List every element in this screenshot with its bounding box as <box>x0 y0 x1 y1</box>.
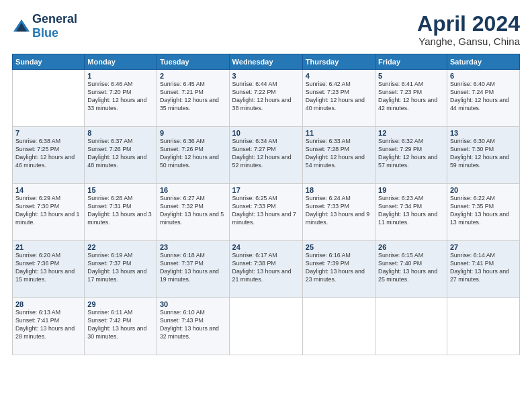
day-info: Sunrise: 6:36 AMSunset: 7:26 PMDaylight:… <box>160 138 226 170</box>
logo-general: General <box>32 12 77 26</box>
day-number: 21 <box>15 243 81 251</box>
calendar-header-tuesday: Tuesday <box>157 54 229 70</box>
day-info: Sunrise: 6:19 AMSunset: 7:37 PMDaylight:… <box>87 252 154 284</box>
day-number: 26 <box>378 243 444 251</box>
day-number: 15 <box>87 186 154 194</box>
day-number: 24 <box>232 243 300 251</box>
calendar-cell: 25Sunrise: 6:16 AMSunset: 7:39 PMDayligh… <box>302 241 375 298</box>
calendar-header-thursday: Thursday <box>302 54 375 70</box>
calendar-header-saturday: Saturday <box>447 54 519 70</box>
calendar-cell: 29Sunrise: 6:11 AMSunset: 7:42 PMDayligh… <box>85 298 157 355</box>
calendar-week-row: 21Sunrise: 6:20 AMSunset: 7:36 PMDayligh… <box>13 241 520 298</box>
day-number: 10 <box>232 129 300 137</box>
day-info: Sunrise: 6:30 AMSunset: 7:30 PMDaylight:… <box>450 138 517 170</box>
calendar-cell: 16Sunrise: 6:27 AMSunset: 7:32 PMDayligh… <box>157 184 229 241</box>
calendar-cell <box>302 298 375 355</box>
day-info: Sunrise: 6:40 AMSunset: 7:24 PMDaylight:… <box>450 81 517 113</box>
calendar-cell: 5Sunrise: 6:41 AMSunset: 7:23 PMDaylight… <box>375 70 447 127</box>
day-info: Sunrise: 6:28 AMSunset: 7:31 PMDaylight:… <box>87 195 154 227</box>
day-number: 1 <box>87 72 154 80</box>
calendar-header-friday: Friday <box>375 54 447 70</box>
day-number: 8 <box>87 129 154 137</box>
calendar-cell: 4Sunrise: 6:42 AMSunset: 7:23 PMDaylight… <box>302 70 375 127</box>
day-number: 4 <box>306 72 372 80</box>
day-info: Sunrise: 6:45 AMSunset: 7:21 PMDaylight:… <box>160 81 226 113</box>
day-number: 20 <box>450 186 517 194</box>
day-info: Sunrise: 6:42 AMSunset: 7:23 PMDaylight:… <box>306 81 372 113</box>
header: General Blue April 2024 Yanghe, Gansu, C… <box>12 12 520 47</box>
day-number: 18 <box>306 186 372 194</box>
day-number: 7 <box>15 129 81 137</box>
calendar-cell: 2Sunrise: 6:45 AMSunset: 7:21 PMDaylight… <box>157 70 229 127</box>
calendar-week-row: 14Sunrise: 6:29 AMSunset: 7:30 PMDayligh… <box>13 184 520 241</box>
day-number: 9 <box>160 129 226 137</box>
calendar-week-row: 28Sunrise: 6:13 AMSunset: 7:41 PMDayligh… <box>13 298 520 355</box>
day-number: 29 <box>87 300 154 308</box>
calendar-cell: 18Sunrise: 6:24 AMSunset: 7:33 PMDayligh… <box>302 184 375 241</box>
day-number: 6 <box>450 72 517 80</box>
calendar-cell <box>447 298 519 355</box>
day-info: Sunrise: 6:27 AMSunset: 7:32 PMDaylight:… <box>160 195 226 227</box>
calendar-cell: 27Sunrise: 6:14 AMSunset: 7:41 PMDayligh… <box>447 241 519 298</box>
day-info: Sunrise: 6:13 AMSunset: 7:41 PMDaylight:… <box>15 309 81 341</box>
calendar-cell: 8Sunrise: 6:37 AMSunset: 7:26 PMDaylight… <box>85 127 157 184</box>
calendar-header-monday: Monday <box>85 54 157 70</box>
day-info: Sunrise: 6:14 AMSunset: 7:41 PMDaylight:… <box>450 252 517 284</box>
calendar-cell <box>375 298 447 355</box>
day-info: Sunrise: 6:20 AMSunset: 7:36 PMDaylight:… <box>15 252 81 284</box>
day-info: Sunrise: 6:16 AMSunset: 7:39 PMDaylight:… <box>306 252 372 284</box>
day-number: 17 <box>232 186 300 194</box>
logo-icon <box>12 17 31 36</box>
calendar-cell: 17Sunrise: 6:25 AMSunset: 7:33 PMDayligh… <box>229 184 302 241</box>
calendar-week-row: 1Sunrise: 6:46 AMSunset: 7:20 PMDaylight… <box>13 70 520 127</box>
calendar-cell: 11Sunrise: 6:33 AMSunset: 7:28 PMDayligh… <box>302 127 375 184</box>
calendar-cell: 7Sunrise: 6:38 AMSunset: 7:25 PMDaylight… <box>13 127 85 184</box>
calendar-header-row: SundayMondayTuesdayWednesdayThursdayFrid… <box>13 54 520 70</box>
title-block: April 2024 Yanghe, Gansu, China <box>417 12 520 47</box>
calendar-cell <box>13 70 85 127</box>
calendar-header-sunday: Sunday <box>13 54 85 70</box>
day-info: Sunrise: 6:37 AMSunset: 7:26 PMDaylight:… <box>87 138 154 170</box>
day-number: 16 <box>160 186 226 194</box>
page: General Blue April 2024 Yanghe, Gansu, C… <box>0 0 532 411</box>
calendar-cell: 21Sunrise: 6:20 AMSunset: 7:36 PMDayligh… <box>13 241 85 298</box>
day-info: Sunrise: 6:22 AMSunset: 7:35 PMDaylight:… <box>450 195 517 227</box>
calendar-cell: 3Sunrise: 6:44 AMSunset: 7:22 PMDaylight… <box>229 70 302 127</box>
day-number: 14 <box>15 186 81 194</box>
day-info: Sunrise: 6:17 AMSunset: 7:38 PMDaylight:… <box>232 252 300 284</box>
calendar-cell: 10Sunrise: 6:34 AMSunset: 7:27 PMDayligh… <box>229 127 302 184</box>
location-title: Yanghe, Gansu, China <box>417 36 520 47</box>
logo-blue: Blue <box>32 26 58 40</box>
calendar-week-row: 7Sunrise: 6:38 AMSunset: 7:25 PMDaylight… <box>13 127 520 184</box>
day-info: Sunrise: 6:23 AMSunset: 7:34 PMDaylight:… <box>378 195 444 227</box>
day-info: Sunrise: 6:10 AMSunset: 7:43 PMDaylight:… <box>160 309 226 341</box>
day-info: Sunrise: 6:32 AMSunset: 7:29 PMDaylight:… <box>378 138 444 170</box>
calendar-cell: 26Sunrise: 6:15 AMSunset: 7:40 PMDayligh… <box>375 241 447 298</box>
calendar-cell: 1Sunrise: 6:46 AMSunset: 7:20 PMDaylight… <box>85 70 157 127</box>
calendar-cell: 9Sunrise: 6:36 AMSunset: 7:26 PMDaylight… <box>157 127 229 184</box>
day-number: 5 <box>378 72 444 80</box>
day-info: Sunrise: 6:11 AMSunset: 7:42 PMDaylight:… <box>87 309 154 341</box>
day-info: Sunrise: 6:33 AMSunset: 7:28 PMDaylight:… <box>306 138 372 170</box>
calendar-cell: 13Sunrise: 6:30 AMSunset: 7:30 PMDayligh… <box>447 127 519 184</box>
calendar-cell: 14Sunrise: 6:29 AMSunset: 7:30 PMDayligh… <box>13 184 85 241</box>
calendar-cell: 22Sunrise: 6:19 AMSunset: 7:37 PMDayligh… <box>85 241 157 298</box>
calendar-cell: 6Sunrise: 6:40 AMSunset: 7:24 PMDaylight… <box>447 70 519 127</box>
day-info: Sunrise: 6:15 AMSunset: 7:40 PMDaylight:… <box>378 252 444 284</box>
logo: General Blue <box>12 12 77 40</box>
day-number: 11 <box>306 129 372 137</box>
day-info: Sunrise: 6:25 AMSunset: 7:33 PMDaylight:… <box>232 195 300 227</box>
calendar-cell: 12Sunrise: 6:32 AMSunset: 7:29 PMDayligh… <box>375 127 447 184</box>
calendar-cell: 15Sunrise: 6:28 AMSunset: 7:31 PMDayligh… <box>85 184 157 241</box>
calendar-cell: 24Sunrise: 6:17 AMSunset: 7:38 PMDayligh… <box>229 241 302 298</box>
day-number: 28 <box>15 300 81 308</box>
day-number: 22 <box>87 243 154 251</box>
calendar-cell <box>229 298 302 355</box>
calendar-cell: 20Sunrise: 6:22 AMSunset: 7:35 PMDayligh… <box>447 184 519 241</box>
day-number: 25 <box>306 243 372 251</box>
calendar-cell: 28Sunrise: 6:13 AMSunset: 7:41 PMDayligh… <box>13 298 85 355</box>
calendar-header-wednesday: Wednesday <box>229 54 302 70</box>
day-number: 30 <box>160 300 226 308</box>
day-info: Sunrise: 6:24 AMSunset: 7:33 PMDaylight:… <box>306 195 372 227</box>
day-info: Sunrise: 6:44 AMSunset: 7:22 PMDaylight:… <box>232 81 300 113</box>
